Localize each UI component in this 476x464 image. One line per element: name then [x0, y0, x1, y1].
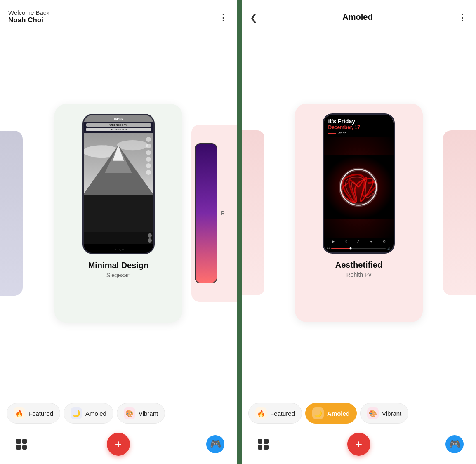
right-tab-featured-icon: 🔥 — [255, 407, 267, 419]
right-phone-date: December, 17 — [328, 125, 389, 130]
left-phone-icon-4 — [146, 157, 151, 162]
left-phone-footer-text: wednesday OS — [113, 249, 124, 251]
grid-cell-r2 — [264, 439, 269, 444]
right-phone-day: it's Friday — [328, 118, 389, 125]
right-fab-button[interactable]: + — [347, 433, 370, 456]
left-main-card[interactable]: 04:36 WEDNESDAY 05-JANUARY — [54, 104, 182, 323]
left-avatar-icon: 🎮 — [210, 439, 221, 450]
right-ctrl-share: ↗ — [357, 240, 360, 243]
right-header-center: Amoled — [257, 9, 458, 22]
right-phone-time: 05:22 — [338, 132, 346, 135]
left-phone-bottom-icon-2 — [148, 238, 152, 243]
right-menu-button[interactable]: ⋮ — [458, 9, 468, 23]
left-tab-featured-label: Featured — [28, 410, 53, 417]
left-right-peek[interactable]: R — [191, 125, 237, 302]
left-card-title: Minimal Design — [88, 261, 149, 270]
left-menu-button[interactable]: ⋮ — [219, 9, 229, 23]
right-phone-screen: it's Friday December, 17 05:22 — [324, 115, 394, 252]
left-peek-phone-preview — [195, 143, 217, 283]
right-tab-vibrant-icon: 🎨 — [367, 407, 379, 419]
left-tab-amoled-label: Amoled — [85, 410, 106, 417]
right-panel: ❮ Amoled ⋮ it's Friday December, 17 — [239, 0, 476, 464]
left-tab-vibrant-label: Vibrant — [139, 410, 158, 417]
left-phone-bottom-icon-1 — [148, 233, 152, 238]
left-phone-icon-5 — [146, 163, 151, 168]
left-header: Welcome Back Noah Choi ⋮ — [0, 0, 237, 28]
right-back-button[interactable]: ❮ — [250, 9, 257, 23]
left-bottom-nav: + 🎮 — [0, 429, 237, 464]
right-tab-amoled[interactable]: 🌙 Amoled — [305, 403, 357, 424]
left-welcome-text: Welcome Back — [8, 9, 49, 16]
left-phone-date: 05-JANUARY — [86, 128, 151, 131]
left-bottom-tabs: 🔥 Featured 🌙 Amoled 🎨 Vibrant — [0, 398, 237, 429]
left-card-author: Siegesan — [106, 272, 130, 278]
right-tab-vibrant[interactable]: 🎨 Vibrant — [360, 403, 408, 424]
left-tab-amoled[interactable]: 🌙 Amoled — [64, 403, 113, 424]
right-prog-dot — [349, 247, 351, 250]
left-carousel: 04:36 WEDNESDAY 05-JANUARY — [0, 28, 237, 398]
right-grid-nav-button[interactable] — [254, 435, 272, 453]
left-phone-mockup: 04:36 WEDNESDAY 05-JANUARY — [82, 114, 155, 254]
right-prog-icon-left: ⏮ — [327, 247, 330, 250]
right-phone-artwork — [324, 137, 394, 238]
left-peek-label: R — [217, 207, 228, 220]
left-tab-vibrant-icon: 🎨 — [124, 407, 135, 419]
right-tab-vibrant-label: Vibrant — [382, 410, 401, 417]
left-peek-card[interactable] — [0, 131, 23, 296]
left-tab-amoled-icon: 🌙 — [71, 407, 82, 419]
right-ctrl-gear: ⚙ — [383, 240, 386, 243]
grid-cell-1 — [16, 439, 21, 444]
right-avatar-button[interactable]: 🎮 — [445, 435, 464, 453]
right-tab-featured[interactable]: 🔥 Featured — [248, 403, 302, 424]
left-header-title-block: Welcome Back Noah Choi — [8, 9, 49, 24]
left-phone-time: 04:36 — [114, 117, 123, 121]
right-ctrl-play: ▶ — [332, 240, 335, 243]
right-right-peek[interactable] — [443, 130, 476, 295]
left-tab-featured-icon: 🔥 — [14, 407, 25, 419]
right-avatar-icon: 🎮 — [449, 439, 460, 450]
left-phone-statusbar: 04:36 — [84, 115, 153, 122]
grid-cell-r3 — [258, 445, 263, 450]
grid-cell-r1 — [258, 439, 263, 444]
left-fab-button[interactable]: + — [107, 433, 130, 456]
right-card-author: Rohith Pv — [346, 271, 372, 278]
left-phone-bottom — [84, 232, 153, 244]
left-phone-icon-6 — [146, 170, 151, 175]
right-tab-featured-label: Featured — [270, 410, 295, 417]
right-ctrl-skip: ⏭ — [370, 240, 373, 243]
left-phone-footer: wednesday OS — [84, 244, 153, 253]
right-phone-date-label: December, — [328, 125, 353, 130]
left-phone-icon-2 — [146, 144, 151, 148]
left-tab-featured[interactable]: 🔥 Featured — [7, 403, 60, 424]
grid-cell-2 — [22, 439, 27, 444]
left-phone-icons-overlay — [146, 137, 151, 175]
grid-cell-3 — [16, 445, 21, 450]
left-grid-icon — [16, 439, 27, 450]
right-phone-time-row: 05:22 — [328, 132, 389, 135]
right-phone-swirl-svg — [324, 137, 394, 238]
left-tab-vibrant[interactable]: 🎨 Vibrant — [117, 403, 165, 424]
right-phone-top: it's Friday December, 17 05:22 — [324, 115, 394, 137]
right-header: ❮ Amoled ⋮ — [242, 0, 476, 27]
left-phone-day: WEDNESDAY — [86, 123, 151, 127]
left-phone-icon-3 — [146, 150, 151, 155]
right-left-peek[interactable] — [242, 130, 264, 295]
right-prog-bar-bg — [331, 248, 386, 249]
right-phone-mockup: it's Friday December, 17 05:22 — [323, 113, 395, 254]
left-phone-screen: 04:36 WEDNESDAY 05-JANUARY — [84, 115, 153, 253]
right-carousel: it's Friday December, 17 05:22 — [242, 27, 476, 398]
right-main-card[interactable]: it's Friday December, 17 05:22 — [295, 104, 423, 322]
left-user-name: Noah Choi — [8, 16, 49, 24]
left-phone-icon-1 — [146, 137, 151, 142]
right-phone-progress: ⏮ 🔊 — [324, 245, 394, 252]
right-ctrl-shuffle: ⤭ — [344, 240, 347, 243]
left-avatar-button[interactable]: 🎮 — [206, 435, 224, 453]
right-bottom-tabs: 🔥 Featured 🌙 Amoled 🎨 Vibrant — [242, 398, 476, 429]
svg-rect-6 — [84, 195, 153, 232]
right-bottom-nav: + 🎮 — [242, 429, 476, 464]
right-prog-icon-right: 🔊 — [387, 247, 390, 250]
right-phone-date-num: 17 — [355, 125, 360, 130]
left-grid-nav-button[interactable] — [12, 435, 31, 453]
left-phone-image — [84, 133, 153, 232]
right-page-title: Amoled — [342, 12, 372, 22]
